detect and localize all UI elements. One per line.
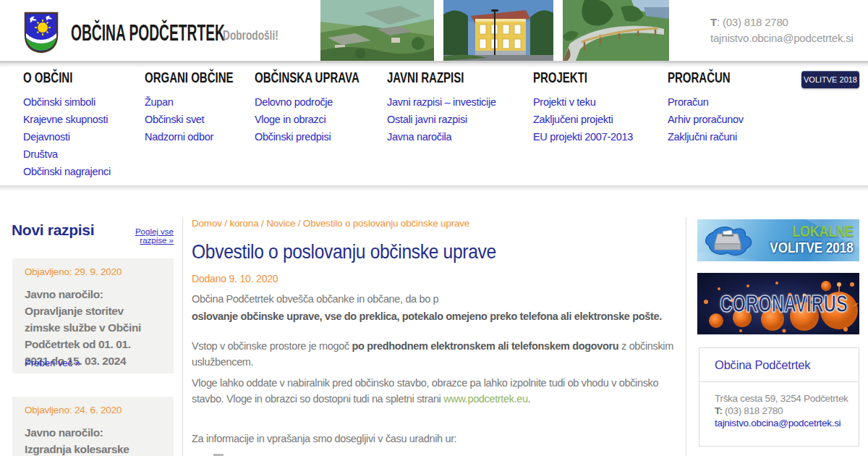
banner-coronavirus-text: CORONAVIRUS bbox=[720, 290, 836, 318]
contact-box-title: Občina Podčetrtek bbox=[715, 358, 810, 372]
article-paragraph-2: Vstop v občinske prostore je mogoč po pr… bbox=[192, 338, 691, 370]
municipality-coat-of-arms-logo[interactable] bbox=[24, 12, 59, 54]
nav-heading[interactable]: ORGANI OBČINE bbox=[145, 69, 263, 86]
nav-link[interactable]: Zaključni računi bbox=[668, 131, 752, 148]
header-email[interactable]: tajnistvo.obcina@podcetrtek.si bbox=[710, 30, 854, 46]
article-paragraph-3: Vloge lahko oddate v nabiralnik pred obč… bbox=[192, 375, 691, 407]
sidebar-title: Novi razpisi bbox=[12, 221, 94, 239]
nav-link[interactable]: EU projekti 2007-2013 bbox=[533, 131, 633, 148]
coronavirus-banner[interactable]: CORONAVIRUS bbox=[697, 273, 859, 334]
hillside-village-photo bbox=[320, 0, 434, 61]
nav-link[interactable]: Občinski predpisi bbox=[255, 131, 394, 148]
lokalne-volitve-2018-banner[interactable]: LOKALNE VOLITVE 2018 bbox=[697, 219, 859, 261]
article-paragraph-1: Občina Podčetrtek obvešča občanke in obč… bbox=[192, 291, 691, 307]
news-published-date: Objavljeno: 24. 6. 2020 bbox=[25, 405, 122, 415]
nav-column-projekti: PROJEKTI Projekti v teku Zaključeni proj… bbox=[533, 69, 633, 148]
read-more-link[interactable]: Preberi več » bbox=[25, 358, 80, 368]
nav-link[interactable]: Društva bbox=[23, 148, 111, 166]
news-published-date: Objavljeno: 29. 9. 2020 bbox=[25, 266, 122, 277]
cycling-path-photo bbox=[563, 0, 669, 61]
page: OBČINA PODČETRTEK Dobrodošli! bbox=[0, 0, 868, 456]
nav-link[interactable]: Občinski nagrajenci bbox=[23, 166, 111, 183]
site-tagline: Dobrodošli! bbox=[223, 28, 300, 43]
nav-link[interactable]: Zaključeni projekti bbox=[533, 114, 633, 131]
news-title-link[interactable]: Javno naročilo: Opravljanje storitev zim… bbox=[25, 286, 141, 369]
nav-link[interactable]: Dejavnosti bbox=[23, 131, 111, 148]
nav-link[interactable]: Krajevne skupnosti bbox=[23, 114, 111, 131]
nav-link[interactable]: Projekti v teku bbox=[533, 96, 633, 114]
nav-link[interactable]: Proračun bbox=[668, 96, 752, 114]
nav-link[interactable]: Vloge in obrazci bbox=[255, 114, 394, 131]
nav-column-o-obcini: O OBČINI Občinski simboli Krajevne skupn… bbox=[23, 69, 111, 183]
header-contact: T: (03) 818 2780 tajnistvo.obcina@podcet… bbox=[710, 14, 854, 46]
article-date: Dodano 9. 10. 2020 bbox=[192, 273, 278, 284]
banner-lokalne-text: LOKALNE bbox=[792, 222, 854, 241]
nav-link[interactable]: Javna naročila bbox=[387, 131, 496, 148]
banner-volitve-text: VOLITVE 2018 bbox=[770, 240, 854, 256]
nav-link[interactable]: Javni razpisi – investicije bbox=[387, 96, 496, 114]
nav-column-organi-obcine: ORGANI OBČINE Župan Občinski svet Nadzor… bbox=[145, 69, 263, 148]
contact-phone: T: (03) 818 2780 bbox=[715, 405, 783, 416]
breadcrumb[interactable]: Domov / korona / Novice / Obvestilo o po… bbox=[192, 218, 469, 229]
contact-email-link[interactable]: tajnistvo.obcina@podcetrtek.si bbox=[715, 418, 841, 428]
view-all-razpisi-link[interactable]: Poglej vse razpise » bbox=[109, 227, 174, 245]
nav-link[interactable]: Nadzorni odbor bbox=[145, 131, 263, 148]
nav-heading[interactable]: JAVNI RAZPISI bbox=[387, 69, 496, 86]
news-title-link[interactable]: Javno naročilo: Izgradnja kolesarske ste… bbox=[25, 424, 129, 456]
contact-box-divider bbox=[699, 381, 859, 382]
podcetrtek-eu-link[interactable]: www.podcetrtek.eu bbox=[443, 393, 528, 405]
nav-heading[interactable]: OBČINSKA UPRAVA bbox=[255, 69, 394, 86]
nav-link[interactable]: Ostali javni razpisi bbox=[387, 114, 496, 131]
header-phone: T: (03) 818 2780 bbox=[710, 14, 854, 30]
article-paragraph-4: Za informacije in vprašanja smo doseglji… bbox=[192, 431, 691, 447]
contact-box: Občina Podčetrtek Trška cesta 59, 3254 P… bbox=[699, 347, 859, 447]
header-divider-shadow bbox=[0, 63, 868, 67]
nav-column-obcinska-uprava: OBČINSKA UPRAVA Delovno področje Vloge i… bbox=[255, 69, 394, 148]
nav-link[interactable]: Župan bbox=[145, 96, 263, 114]
municipal-building-photo bbox=[443, 0, 553, 61]
nav-heading[interactable]: PRORAČUN bbox=[668, 69, 752, 86]
news-card: Objavljeno: 24. 6. 2020 Javno naročilo: … bbox=[12, 397, 174, 456]
contact-address: Trška cesta 59, 3254 Podčetrtek bbox=[715, 393, 848, 404]
nav-column-javni-razpisi: JAVNI RAZPISI Javni razpisi – investicij… bbox=[387, 69, 496, 148]
article-paragraph-1-bold: oslovanje občinske uprave, vse do prekli… bbox=[192, 308, 691, 324]
nav-link[interactable]: Občinski simboli bbox=[23, 96, 111, 114]
nav-link[interactable]: Delovno področje bbox=[255, 96, 394, 114]
nav-column-proracun: PRORAČUN Proračun Arhiv proračunov Zaklj… bbox=[668, 69, 752, 148]
nav-link[interactable]: Arhiv proračunov bbox=[668, 114, 752, 131]
nav-heading[interactable]: O OBČINI bbox=[23, 69, 111, 86]
nav-link[interactable]: Občinski svet bbox=[145, 114, 263, 131]
news-card: Objavljeno: 29. 9. 2020 Javno naročilo: … bbox=[12, 258, 174, 373]
nav-bottom-divider bbox=[0, 185, 868, 191]
volitve-2018-button[interactable]: VOLITVE 2018 bbox=[801, 71, 859, 88]
left-column-divider bbox=[182, 217, 183, 456]
page-title: Obvestilo o poslovanju občinske uprave bbox=[192, 240, 537, 263]
nav-heading[interactable]: PROJEKTI bbox=[533, 69, 633, 86]
right-column-divider bbox=[686, 217, 686, 456]
